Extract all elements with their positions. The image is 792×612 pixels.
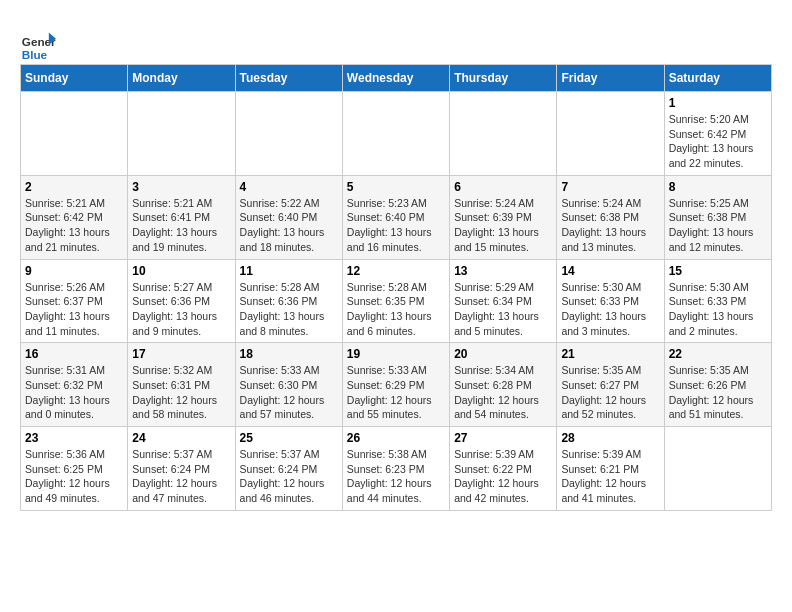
- day-number: 10: [132, 264, 230, 278]
- day-info: Sunrise: 5:24 AM Sunset: 6:38 PM Dayligh…: [561, 196, 659, 255]
- day-info: Sunrise: 5:38 AM Sunset: 6:23 PM Dayligh…: [347, 447, 445, 506]
- day-info: Sunrise: 5:28 AM Sunset: 6:35 PM Dayligh…: [347, 280, 445, 339]
- day-info: Sunrise: 5:37 AM Sunset: 6:24 PM Dayligh…: [132, 447, 230, 506]
- calendar-cell: 20Sunrise: 5:34 AM Sunset: 6:28 PM Dayli…: [450, 343, 557, 427]
- calendar-cell: [128, 92, 235, 176]
- day-header-tuesday: Tuesday: [235, 65, 342, 92]
- day-info: Sunrise: 5:21 AM Sunset: 6:42 PM Dayligh…: [25, 196, 123, 255]
- day-number: 21: [561, 347, 659, 361]
- calendar-cell: 7Sunrise: 5:24 AM Sunset: 6:38 PM Daylig…: [557, 175, 664, 259]
- day-header-monday: Monday: [128, 65, 235, 92]
- calendar-cell: 27Sunrise: 5:39 AM Sunset: 6:22 PM Dayli…: [450, 427, 557, 511]
- calendar-week-3: 9Sunrise: 5:26 AM Sunset: 6:37 PM Daylig…: [21, 259, 772, 343]
- calendar-cell: [557, 92, 664, 176]
- day-info: Sunrise: 5:28 AM Sunset: 6:36 PM Dayligh…: [240, 280, 338, 339]
- day-number: 15: [669, 264, 767, 278]
- day-number: 14: [561, 264, 659, 278]
- calendar-cell: 4Sunrise: 5:22 AM Sunset: 6:40 PM Daylig…: [235, 175, 342, 259]
- day-header-thursday: Thursday: [450, 65, 557, 92]
- day-number: 4: [240, 180, 338, 194]
- day-info: Sunrise: 5:30 AM Sunset: 6:33 PM Dayligh…: [669, 280, 767, 339]
- calendar-cell: 28Sunrise: 5:39 AM Sunset: 6:21 PM Dayli…: [557, 427, 664, 511]
- day-number: 27: [454, 431, 552, 445]
- day-number: 2: [25, 180, 123, 194]
- calendar-cell: 23Sunrise: 5:36 AM Sunset: 6:25 PM Dayli…: [21, 427, 128, 511]
- day-number: 22: [669, 347, 767, 361]
- day-number: 7: [561, 180, 659, 194]
- day-info: Sunrise: 5:33 AM Sunset: 6:30 PM Dayligh…: [240, 363, 338, 422]
- calendar-week-4: 16Sunrise: 5:31 AM Sunset: 6:32 PM Dayli…: [21, 343, 772, 427]
- day-info: Sunrise: 5:33 AM Sunset: 6:29 PM Dayligh…: [347, 363, 445, 422]
- day-info: Sunrise: 5:23 AM Sunset: 6:40 PM Dayligh…: [347, 196, 445, 255]
- calendar-cell: 2Sunrise: 5:21 AM Sunset: 6:42 PM Daylig…: [21, 175, 128, 259]
- day-number: 25: [240, 431, 338, 445]
- calendar-cell: 19Sunrise: 5:33 AM Sunset: 6:29 PM Dayli…: [342, 343, 449, 427]
- day-info: Sunrise: 5:24 AM Sunset: 6:39 PM Dayligh…: [454, 196, 552, 255]
- day-info: Sunrise: 5:22 AM Sunset: 6:40 PM Dayligh…: [240, 196, 338, 255]
- day-number: 23: [25, 431, 123, 445]
- day-number: 8: [669, 180, 767, 194]
- day-number: 12: [347, 264, 445, 278]
- calendar-cell: 25Sunrise: 5:37 AM Sunset: 6:24 PM Dayli…: [235, 427, 342, 511]
- day-header-saturday: Saturday: [664, 65, 771, 92]
- day-header-sunday: Sunday: [21, 65, 128, 92]
- calendar-cell: 11Sunrise: 5:28 AM Sunset: 6:36 PM Dayli…: [235, 259, 342, 343]
- day-info: Sunrise: 5:36 AM Sunset: 6:25 PM Dayligh…: [25, 447, 123, 506]
- calendar-cell: 3Sunrise: 5:21 AM Sunset: 6:41 PM Daylig…: [128, 175, 235, 259]
- day-number: 6: [454, 180, 552, 194]
- day-number: 9: [25, 264, 123, 278]
- day-info: Sunrise: 5:39 AM Sunset: 6:22 PM Dayligh…: [454, 447, 552, 506]
- day-info: Sunrise: 5:31 AM Sunset: 6:32 PM Dayligh…: [25, 363, 123, 422]
- calendar-cell: [21, 92, 128, 176]
- day-info: Sunrise: 5:37 AM Sunset: 6:24 PM Dayligh…: [240, 447, 338, 506]
- calendar-cell: [450, 92, 557, 176]
- day-number: 20: [454, 347, 552, 361]
- svg-text:Blue: Blue: [22, 48, 48, 61]
- day-info: Sunrise: 5:35 AM Sunset: 6:27 PM Dayligh…: [561, 363, 659, 422]
- day-number: 19: [347, 347, 445, 361]
- day-info: Sunrise: 5:27 AM Sunset: 6:36 PM Dayligh…: [132, 280, 230, 339]
- day-number: 5: [347, 180, 445, 194]
- calendar-cell: 12Sunrise: 5:28 AM Sunset: 6:35 PM Dayli…: [342, 259, 449, 343]
- logo: General Blue: [20, 28, 56, 64]
- day-info: Sunrise: 5:26 AM Sunset: 6:37 PM Dayligh…: [25, 280, 123, 339]
- calendar-week-2: 2Sunrise: 5:21 AM Sunset: 6:42 PM Daylig…: [21, 175, 772, 259]
- calendar-cell: 5Sunrise: 5:23 AM Sunset: 6:40 PM Daylig…: [342, 175, 449, 259]
- day-number: 16: [25, 347, 123, 361]
- day-info: Sunrise: 5:25 AM Sunset: 6:38 PM Dayligh…: [669, 196, 767, 255]
- calendar-cell: [342, 92, 449, 176]
- calendar-cell: 13Sunrise: 5:29 AM Sunset: 6:34 PM Dayli…: [450, 259, 557, 343]
- day-info: Sunrise: 5:30 AM Sunset: 6:33 PM Dayligh…: [561, 280, 659, 339]
- calendar-cell: 14Sunrise: 5:30 AM Sunset: 6:33 PM Dayli…: [557, 259, 664, 343]
- calendar-week-1: 1Sunrise: 5:20 AM Sunset: 6:42 PM Daylig…: [21, 92, 772, 176]
- day-number: 24: [132, 431, 230, 445]
- calendar-cell: 16Sunrise: 5:31 AM Sunset: 6:32 PM Dayli…: [21, 343, 128, 427]
- calendar-cell: 18Sunrise: 5:33 AM Sunset: 6:30 PM Dayli…: [235, 343, 342, 427]
- calendar-cell: 9Sunrise: 5:26 AM Sunset: 6:37 PM Daylig…: [21, 259, 128, 343]
- calendar-cell: 15Sunrise: 5:30 AM Sunset: 6:33 PM Dayli…: [664, 259, 771, 343]
- calendar-cell: 24Sunrise: 5:37 AM Sunset: 6:24 PM Dayli…: [128, 427, 235, 511]
- day-header-wednesday: Wednesday: [342, 65, 449, 92]
- calendar-cell: 17Sunrise: 5:32 AM Sunset: 6:31 PM Dayli…: [128, 343, 235, 427]
- calendar-cell: 10Sunrise: 5:27 AM Sunset: 6:36 PM Dayli…: [128, 259, 235, 343]
- day-number: 26: [347, 431, 445, 445]
- calendar-cell: 21Sunrise: 5:35 AM Sunset: 6:27 PM Dayli…: [557, 343, 664, 427]
- day-number: 18: [240, 347, 338, 361]
- calendar-cell: 1Sunrise: 5:20 AM Sunset: 6:42 PM Daylig…: [664, 92, 771, 176]
- day-number: 13: [454, 264, 552, 278]
- day-info: Sunrise: 5:32 AM Sunset: 6:31 PM Dayligh…: [132, 363, 230, 422]
- day-number: 3: [132, 180, 230, 194]
- calendar-cell: 8Sunrise: 5:25 AM Sunset: 6:38 PM Daylig…: [664, 175, 771, 259]
- day-info: Sunrise: 5:29 AM Sunset: 6:34 PM Dayligh…: [454, 280, 552, 339]
- header-row: SundayMondayTuesdayWednesdayThursdayFrid…: [21, 65, 772, 92]
- day-number: 17: [132, 347, 230, 361]
- day-info: Sunrise: 5:35 AM Sunset: 6:26 PM Dayligh…: [669, 363, 767, 422]
- day-number: 28: [561, 431, 659, 445]
- day-number: 1: [669, 96, 767, 110]
- day-number: 11: [240, 264, 338, 278]
- calendar-cell: 6Sunrise: 5:24 AM Sunset: 6:39 PM Daylig…: [450, 175, 557, 259]
- calendar-cell: 22Sunrise: 5:35 AM Sunset: 6:26 PM Dayli…: [664, 343, 771, 427]
- day-info: Sunrise: 5:20 AM Sunset: 6:42 PM Dayligh…: [669, 112, 767, 171]
- calendar-cell: [664, 427, 771, 511]
- day-info: Sunrise: 5:39 AM Sunset: 6:21 PM Dayligh…: [561, 447, 659, 506]
